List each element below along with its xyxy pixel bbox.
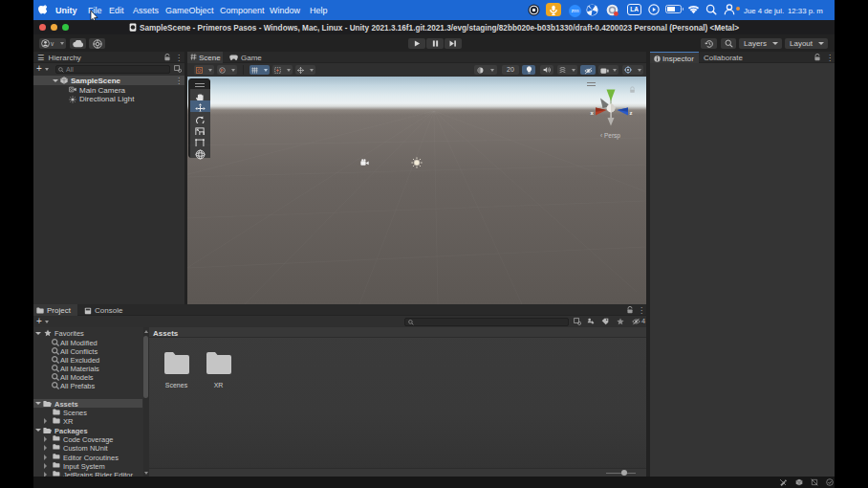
svg-text:x: x: [591, 110, 595, 116]
svg-text:z: z: [630, 110, 633, 116]
